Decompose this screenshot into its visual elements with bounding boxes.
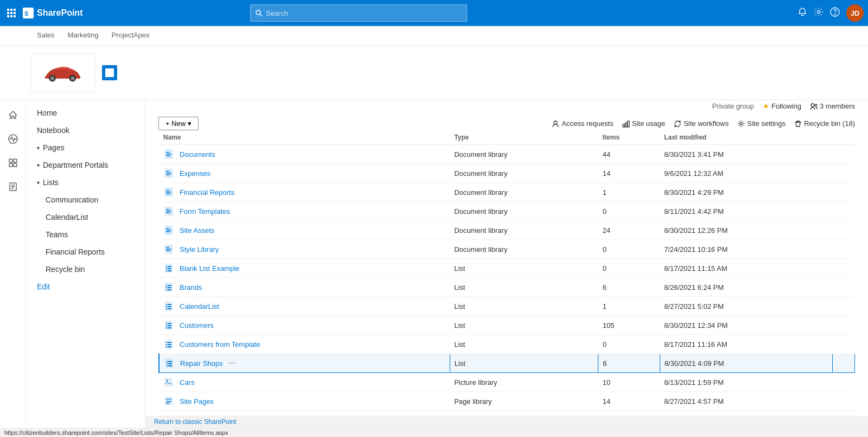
table-row[interactable]: Repair Shops ··· List 6 8/30/2021 4:09 P…: [159, 354, 855, 373]
toolbar-left: + New ▾: [158, 117, 199, 130]
item-name-link[interactable]: Repair Shops: [180, 359, 223, 368]
svg-rect-60: [166, 249, 171, 250]
table-row[interactable]: Documents ··· Document library 44 8/30/2…: [159, 145, 855, 164]
sidebar-item-notebook[interactable]: Notebook: [26, 122, 145, 139]
row-count-cell: 0: [598, 202, 660, 221]
item-name-link[interactable]: Site Pages: [180, 397, 214, 406]
settings-icon[interactable]: [814, 7, 824, 19]
search-input[interactable]: [266, 9, 462, 17]
svg-point-19: [71, 76, 74, 80]
sidebar-item-teams[interactable]: Teams: [26, 226, 145, 243]
help-icon[interactable]: [830, 7, 840, 19]
svg-point-13: [817, 11, 820, 14]
avatar[interactable]: JD: [846, 4, 864, 22]
row-type-cell: List: [450, 335, 598, 354]
svg-point-15: [834, 14, 835, 15]
app-logo: S SharePoint: [23, 8, 82, 18]
row-type-cell: Document library: [450, 240, 598, 259]
svg-rect-41: [166, 155, 170, 156]
row-count-cell: 10: [598, 373, 660, 392]
row-count-cell: 14: [598, 164, 660, 183]
new-button[interactable]: + New ▾: [158, 117, 199, 130]
svg-rect-63: [166, 266, 167, 267]
table-row[interactable]: CalendarList ··· List 1 8/27/2021 5:02 P…: [159, 297, 855, 316]
item-name-link[interactable]: Blank List Example: [180, 264, 240, 273]
waffle-icon[interactable]: [4, 6, 18, 20]
item-type-icon: [163, 377, 174, 388]
sidebar-edit-link[interactable]: Edit: [26, 278, 145, 295]
svg-rect-109: [166, 403, 170, 404]
table-row[interactable]: Brands ··· List 6 8/26/2021 6:24 PM: [159, 278, 855, 297]
notifications-icon[interactable]: [797, 7, 807, 19]
following-button[interactable]: ★ Following: [763, 102, 801, 110]
tab-marketing[interactable]: Marketing: [61, 27, 105, 45]
table-row[interactable]: Expenses ··· Document library 14 9/6/202…: [159, 164, 855, 183]
row-name-cell: Documents ···: [159, 145, 450, 164]
item-name-link[interactable]: Style Library: [180, 245, 219, 254]
table-row[interactable]: Site Assets ··· Document library 24 8/30…: [159, 221, 855, 240]
svg-rect-94: [168, 344, 171, 345]
sidebar-toggle-pages[interactable]: ▾ Pages: [26, 139, 145, 156]
table-row[interactable]: Customers ··· List 105 8/30/2021 12:34 P…: [159, 316, 855, 335]
item-name-link[interactable]: Expenses: [180, 169, 210, 178]
sidebar-item-financial-reports[interactable]: Financial Reports: [26, 243, 145, 261]
item-name-link[interactable]: Financial Reports: [180, 188, 234, 197]
item-name-link[interactable]: CalendarList: [180, 302, 219, 311]
rail-activity-icon[interactable]: [2, 128, 24, 150]
tab-projectapex[interactable]: ProjectApex: [105, 27, 156, 45]
site-settings-link[interactable]: Site settings: [737, 119, 786, 128]
item-name-link[interactable]: Documents: [180, 150, 215, 159]
table-row[interactable]: Site Pages ··· Page library 14 8/27/2021…: [159, 392, 855, 411]
svg-rect-93: [166, 344, 167, 345]
svg-rect-57: [166, 231, 170, 232]
sidebar-item-calendarlist[interactable]: CalendarList: [26, 208, 145, 226]
svg-rect-86: [166, 325, 167, 326]
table-row[interactable]: Style Library ··· Document library 0 7/2…: [159, 240, 855, 259]
site-usage-link[interactable]: Site usage: [622, 119, 665, 128]
svg-rect-39: [166, 152, 169, 153]
item-name-link[interactable]: Brands: [180, 283, 202, 292]
table-row[interactable]: Blank List Example ··· List 0 8/17/2021 …: [159, 259, 855, 278]
row-extra-cell: [833, 278, 855, 297]
item-name-link[interactable]: Site Assets: [180, 226, 214, 235]
search-bar[interactable]: [250, 4, 467, 22]
row-action-button[interactable]: ···: [225, 357, 239, 369]
row-extra-cell: [833, 164, 855, 183]
row-count-cell: 44: [598, 145, 660, 164]
item-name-link[interactable]: Customers from Template: [180, 340, 260, 349]
svg-point-31: [811, 104, 814, 107]
rail-pages-icon[interactable]: [2, 176, 24, 198]
sidebar-item-home[interactable]: Home: [26, 104, 145, 122]
access-requests-link[interactable]: Access requests: [552, 119, 613, 128]
sidebar-item-communication[interactable]: Communication: [26, 191, 145, 208]
table-row[interactable]: Form Templates ··· Document library 0 8/…: [159, 202, 855, 221]
rail-sites-icon[interactable]: [2, 152, 24, 174]
row-name-cell: Site Assets ···: [159, 221, 450, 240]
svg-rect-100: [167, 363, 168, 364]
svg-rect-67: [166, 270, 167, 271]
svg-text:T: T: [106, 71, 110, 76]
site-workflows-link[interactable]: Site workflows: [674, 119, 729, 128]
row-date-cell: 8/30/2021 4:09 PM: [660, 354, 833, 373]
sidebar-toggle-lists[interactable]: ▾ Lists: [26, 174, 145, 191]
rail-home-icon[interactable]: [2, 104, 24, 126]
classic-sharepoint-link[interactable]: Return to classic SharePoint: [145, 416, 868, 428]
sidebar-toggle-dept-portals[interactable]: ▾ Department Portals: [26, 156, 145, 174]
table-row[interactable]: Customers from Template ··· List 0 8/17/…: [159, 335, 855, 354]
table-row[interactable]: TeamCalendar ··· Events list 0 8/27/2021…: [159, 411, 855, 416]
item-name-link[interactable]: Customers: [180, 321, 214, 330]
svg-rect-92: [168, 342, 171, 343]
svg-rect-80: [168, 306, 171, 307]
table-row[interactable]: Cars ··· Picture library 10 8/13/2021 1:…: [159, 373, 855, 392]
item-name-link[interactable]: Form Templates: [180, 207, 230, 216]
tab-sales[interactable]: Sales: [30, 27, 61, 45]
item-name-link[interactable]: Cars: [180, 378, 194, 387]
row-count-cell: 6: [598, 354, 660, 373]
table-row[interactable]: Financial Reports ··· Document library 1…: [159, 183, 855, 202]
recycle-bin-link[interactable]: Recycle bin (18): [794, 119, 855, 128]
item-type-icon: [163, 301, 174, 312]
row-date-cell: 8/30/2021 4:29 PM: [660, 183, 833, 202]
sidebar-item-recycle-bin[interactable]: Recycle bin: [26, 261, 145, 278]
svg-point-17: [50, 76, 54, 80]
row-extra-cell: [833, 316, 855, 335]
